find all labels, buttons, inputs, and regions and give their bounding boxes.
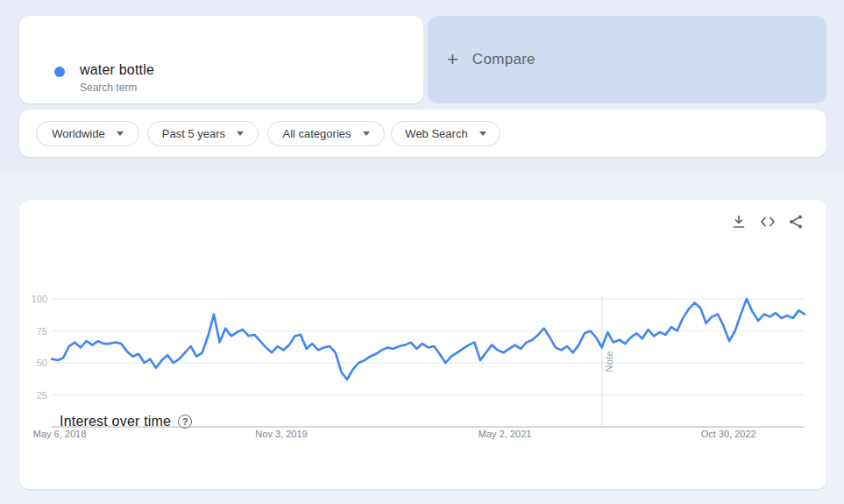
share-icon[interactable] [788,214,804,230]
y-axis-tick-label: 100 [16,294,47,304]
y-axis-tick-label: 25 [16,390,47,401]
y-axis-tick-label: 50 [16,358,47,368]
note-annotation-label: Note [604,351,614,372]
filter-category-dropdown[interactable]: All categories [267,121,385,146]
google-trends-explore-page: water bottle Search term + Compare World… [0,0,844,504]
help-icon[interactable]: ? [178,415,192,429]
download-icon[interactable] [731,214,747,230]
compare-label: Compare [472,51,535,68]
interest-over-time-card: Interest over time ? [19,200,826,489]
chevron-down-icon [237,131,244,136]
filter-bar: Worldwide Past 5 years All categories We… [19,110,826,157]
filter-search-type-dropdown[interactable]: Web Search [391,121,500,146]
search-term-type-label: Search term [80,82,137,94]
filter-region-label: Worldwide [52,127,104,140]
filter-region-dropdown[interactable]: Worldwide [36,121,139,146]
add-comparison-card[interactable]: + Compare [428,16,826,103]
x-axis-tick-label: May 2, 2021 [479,429,532,439]
search-term-card[interactable]: water bottle Search term [19,16,423,103]
filter-time-label: Past 5 years [162,127,225,140]
chevron-down-icon [117,131,124,136]
chevron-down-icon [363,131,370,136]
filter-category-label: All categories [282,127,351,140]
y-axis-tick-label: 75 [16,326,47,337]
embed-icon[interactable] [760,214,776,230]
x-axis-tick-label: Nov 3, 2019 [255,429,307,439]
search-term-text: water bottle [80,62,154,78]
chart-title: Interest over time [60,414,171,429]
filter-time-dropdown[interactable]: Past 5 years [147,121,259,146]
x-axis-tick-label: May 6, 2018 [33,429,87,439]
x-axis-tick-label: Oct 30, 2022 [701,429,756,439]
series-color-dot-icon [54,67,65,77]
plus-icon: + [447,50,458,69]
chevron-down-icon [479,131,486,136]
filter-search-type-label: Web Search [405,127,467,140]
